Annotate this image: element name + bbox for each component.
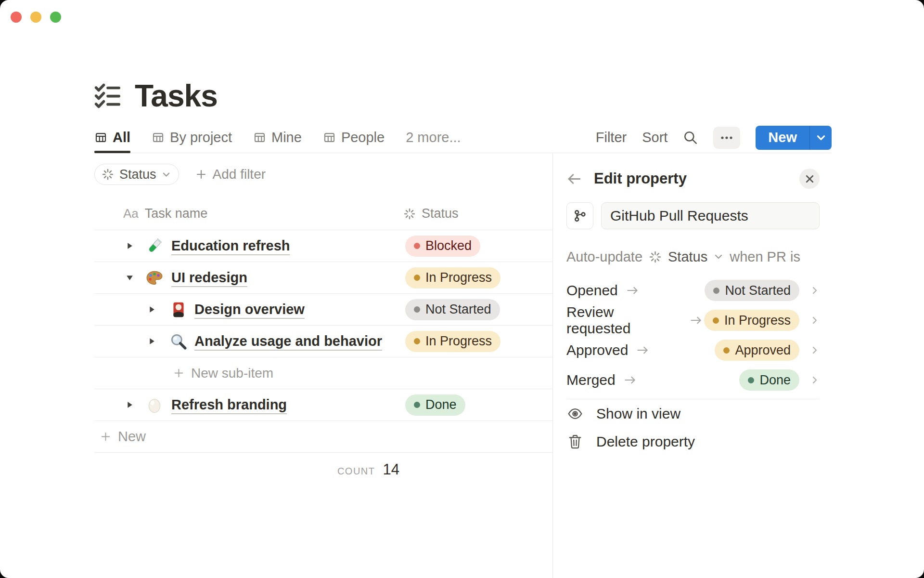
chevron-down-icon bbox=[816, 132, 826, 143]
column-label: Status bbox=[422, 206, 459, 221]
calculation-row: COUNT 14 bbox=[94, 453, 552, 486]
status-label: In Progress bbox=[425, 334, 492, 349]
minimize-window-button[interactable] bbox=[30, 12, 41, 23]
task-link[interactable]: UI redesign bbox=[171, 270, 247, 286]
new-button[interactable]: New bbox=[756, 126, 809, 150]
task-link[interactable]: Education refresh bbox=[171, 238, 290, 254]
chevron-right-icon[interactable] bbox=[810, 345, 820, 355]
status-dot bbox=[723, 347, 730, 354]
status-cell: In Progress bbox=[403, 267, 552, 289]
table-header: Aa Task name Status bbox=[94, 197, 552, 230]
add-filter-button[interactable]: Add filter bbox=[195, 167, 266, 182]
git-branch-icon bbox=[573, 209, 587, 223]
mapping-row-review-requested[interactable]: Review requested In Progress bbox=[566, 305, 820, 335]
property-name-row: GitHub Pull Requests bbox=[566, 202, 820, 229]
task-link[interactable]: Design overview bbox=[194, 302, 305, 317]
table-view-icon bbox=[152, 131, 165, 144]
page-title-row: Tasks bbox=[94, 77, 832, 115]
page-title: Tasks bbox=[135, 78, 218, 114]
collapse-toggle[interactable] bbox=[122, 273, 137, 283]
status-badge[interactable]: In Progress bbox=[704, 310, 799, 331]
tab-people[interactable]: People bbox=[323, 122, 385, 153]
filter-bar: Status Add filter bbox=[94, 164, 552, 185]
status-dot bbox=[713, 288, 719, 294]
tab-by-project[interactable]: By project bbox=[152, 122, 232, 153]
status-badge[interactable]: In Progress bbox=[405, 331, 500, 352]
new-sub-item-button[interactable]: New sub-item bbox=[94, 357, 552, 389]
status-badge[interactable]: Done bbox=[405, 394, 465, 416]
status-badge[interactable]: Not Started bbox=[405, 299, 500, 320]
app-window: Tasks All By project Mine People 2 more.… bbox=[0, 0, 924, 578]
more-options-button[interactable] bbox=[713, 127, 740, 149]
triangle-right-icon bbox=[147, 304, 157, 315]
tasks-table: Aa Task name Status Educati bbox=[94, 197, 552, 486]
mapping-trigger: Review requested bbox=[566, 304, 681, 337]
status-filter-label: Status bbox=[119, 167, 156, 182]
tab-more-views[interactable]: 2 more... bbox=[406, 122, 461, 153]
expand-toggle[interactable] bbox=[122, 241, 137, 251]
mapping-row-merged[interactable]: Merged Done bbox=[566, 365, 820, 395]
new-dropdown-button[interactable] bbox=[809, 126, 832, 150]
zoom-window-button[interactable] bbox=[50, 12, 61, 23]
status-badge[interactable]: Blocked bbox=[405, 236, 480, 257]
auto-update-property-dropdown[interactable]: Status bbox=[668, 249, 707, 265]
mapping-row-opened[interactable]: Opened Not Started bbox=[566, 276, 820, 305]
panel-header: Edit property bbox=[566, 168, 820, 190]
window-controls bbox=[11, 12, 61, 23]
tab-all[interactable]: All bbox=[94, 122, 130, 153]
mapping-row-approved[interactable]: Approved Approved bbox=[566, 335, 820, 365]
property-icon-button[interactable] bbox=[566, 202, 593, 229]
status-filter-pill[interactable]: Status bbox=[94, 164, 179, 185]
status-column-header[interactable]: Status bbox=[403, 206, 552, 221]
chevron-right-icon[interactable] bbox=[810, 315, 820, 325]
status-badge[interactable]: Not Started bbox=[705, 280, 799, 301]
new-row-button[interactable]: New bbox=[94, 421, 552, 453]
delete-property-label: Delete property bbox=[596, 434, 695, 450]
status-dot bbox=[748, 377, 754, 383]
status-badge[interactable]: Done bbox=[739, 369, 799, 391]
auto-update-row: Auto-update Status when PR is bbox=[566, 249, 820, 265]
new-split-button: New bbox=[756, 126, 832, 150]
view-toolbar: All By project Mine People 2 more... Fil… bbox=[94, 122, 832, 153]
close-window-button[interactable] bbox=[11, 12, 22, 23]
status-badge[interactable]: Approved bbox=[715, 340, 799, 361]
task-link[interactable]: Analyze usage and behavior bbox=[194, 333, 382, 349]
show-in-view-button[interactable]: Show in view bbox=[566, 400, 820, 428]
triangle-down-icon bbox=[125, 273, 135, 283]
page: Tasks All By project Mine People 2 more.… bbox=[94, 0, 832, 578]
chevron-down-icon bbox=[714, 252, 723, 262]
chevron-right-icon[interactable] bbox=[810, 375, 820, 385]
table-view-icon bbox=[323, 131, 336, 144]
back-button[interactable] bbox=[566, 171, 581, 186]
sort-button[interactable]: Sort bbox=[642, 130, 667, 145]
plus-icon bbox=[195, 169, 207, 180]
triangle-right-icon bbox=[125, 400, 135, 410]
task-name-column-header[interactable]: Aa Task name bbox=[94, 206, 403, 221]
mapping-value: Not Started bbox=[703, 280, 820, 301]
arrow-right-icon bbox=[690, 316, 702, 325]
count-calculation[interactable]: COUNT 14 bbox=[94, 461, 403, 478]
task-link[interactable]: Refresh branding bbox=[171, 397, 287, 413]
delete-property-button[interactable]: Delete property bbox=[566, 428, 820, 456]
status-property-icon bbox=[649, 250, 662, 263]
status-label: Not Started bbox=[725, 283, 791, 298]
status-badge[interactable]: In Progress bbox=[405, 267, 500, 289]
status-label: In Progress bbox=[724, 313, 791, 328]
status-cell: Not Started bbox=[403, 299, 552, 320]
pr-status-mappings: Opened Not Started Review requested In P… bbox=[566, 276, 820, 395]
expand-toggle[interactable] bbox=[144, 304, 159, 315]
table-view-icon bbox=[253, 131, 266, 144]
add-filter-label: Add filter bbox=[213, 167, 266, 182]
expand-toggle[interactable] bbox=[122, 400, 137, 410]
status-dot bbox=[414, 402, 420, 408]
status-dot bbox=[414, 338, 420, 344]
status-property-icon bbox=[403, 208, 416, 220]
expand-toggle[interactable] bbox=[144, 336, 159, 346]
search-button[interactable] bbox=[683, 130, 698, 145]
status-label: Not Started bbox=[425, 302, 491, 317]
chevron-right-icon[interactable] bbox=[810, 286, 820, 295]
tab-mine[interactable]: Mine bbox=[253, 122, 302, 153]
close-panel-button[interactable] bbox=[799, 169, 820, 189]
filter-button[interactable]: Filter bbox=[596, 130, 627, 145]
property-name-input[interactable]: GitHub Pull Requests bbox=[601, 202, 820, 229]
